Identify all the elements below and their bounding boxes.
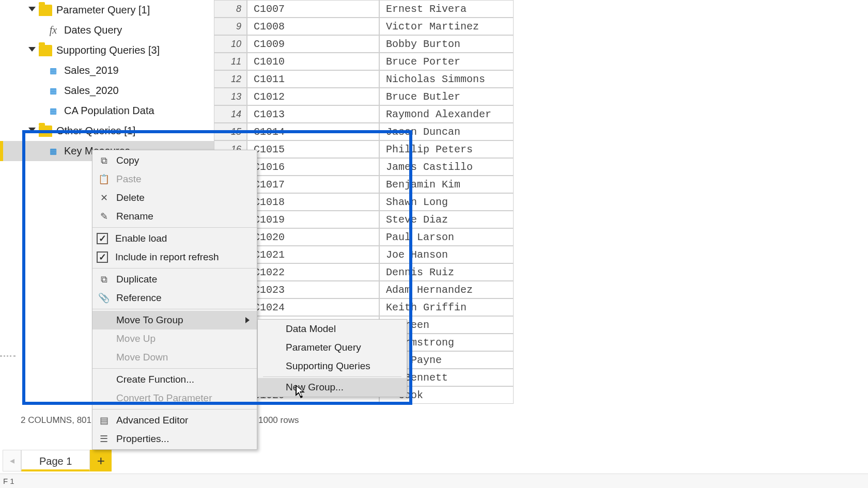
ctx-label: Delete [116, 192, 145, 203]
query-sales-2019[interactable]: ▦ Sales_2019 [0, 60, 214, 81]
submenu-parameter-query[interactable]: Parameter Query [258, 338, 407, 357]
table-row[interactable]: 23C1022Dennis Ruiz [214, 263, 514, 281]
table-row[interactable]: 9C1008Victor Martinez [214, 18, 514, 35]
cell-code[interactable]: C1024 [247, 298, 379, 316]
cell-name[interactable]: Nicholas Simmons [379, 70, 514, 88]
cell-code[interactable]: C1018 [247, 193, 379, 211]
table-row[interactable]: 21C1020Paul Larson [214, 228, 514, 246]
row-number: 9 [214, 18, 247, 35]
submenu-supporting-queries[interactable]: Supporting Queries [258, 357, 407, 375]
cell-name[interactable]: Shawn Long [379, 193, 514, 211]
cell-code[interactable]: C1019 [247, 211, 379, 228]
query-dates[interactable]: fx Dates Query [0, 20, 214, 40]
cell-code[interactable]: C1016 [247, 158, 379, 176]
cell-name[interactable]: Adam Hernandez [379, 281, 514, 298]
query-ca-population[interactable]: ▦ CA Population Data [0, 101, 214, 121]
table-row[interactable]: 19C1018Shawn Long [214, 193, 514, 211]
add-page-button[interactable]: + [90, 450, 112, 471]
menu-separator [263, 376, 401, 377]
chevron-down-icon[interactable] [28, 47, 36, 54]
ctx-label: Include in report refresh [115, 251, 219, 263]
checkbox-checked-icon: ✓ [97, 251, 108, 263]
ctx-properties[interactable]: ☰ Properties... [92, 430, 257, 448]
cell-code[interactable]: C1020 [247, 228, 379, 246]
context-menu: ⧉ Copy 📋 Paste ✕ Delete ✎ Rename ✓ Enabl… [92, 150, 257, 450]
folder-supporting-queries[interactable]: Supporting Queries [3] [0, 40, 214, 60]
ctx-enable-load[interactable]: ✓ Enable load [92, 229, 257, 248]
table-row[interactable]: 25C1024Keith Griffin [214, 298, 514, 316]
ctx-label: Rename [116, 211, 153, 222]
table-row[interactable]: 18C1017Benjamin Kim [214, 176, 514, 193]
table-row[interactable]: 12C1011Nicholas Simmons [214, 70, 514, 88]
splitter-handle[interactable] [0, 355, 16, 360]
cell-code[interactable]: C1007 [247, 0, 379, 18]
chevron-right-icon [245, 317, 250, 323]
cell-name[interactable]: Bruce Butler [379, 88, 514, 105]
ctx-move-to-group[interactable]: Move To Group [92, 311, 257, 329]
cell-code[interactable]: C1014 [247, 123, 379, 140]
page-tab-label: Page 1 [39, 455, 72, 467]
page-tab-1[interactable]: Page 1 [21, 450, 90, 471]
cell-name[interactable]: Victor Martinez [379, 18, 514, 35]
cell-name[interactable]: Keith Griffin [379, 298, 514, 316]
cell-name[interactable]: Bruce Porter [379, 53, 514, 70]
cell-name[interactable]: Raymond Alexander [379, 105, 514, 123]
ctx-label: Create Function... [116, 374, 194, 385]
table-row[interactable]: 14C1013Raymond Alexander [214, 105, 514, 123]
cell-name[interactable]: Bobby Burton [379, 35, 514, 53]
query-sales-2020[interactable]: ▦ Sales_2020 [0, 81, 214, 101]
cell-code[interactable]: C1010 [247, 53, 379, 70]
cell-code[interactable]: C1013 [247, 105, 379, 123]
cell-name[interactable]: Steve Diaz [379, 211, 514, 228]
submenu-new-group[interactable]: New Group... [258, 378, 407, 397]
table-row[interactable]: 11C1010Bruce Porter [214, 53, 514, 70]
cell-code[interactable]: C1012 [247, 88, 379, 105]
cell-code[interactable]: C1009 [247, 35, 379, 53]
table-icon: ▦ [48, 66, 59, 75]
cell-code[interactable]: C1015 [247, 140, 379, 158]
ctx-advanced-editor[interactable]: ▤ Advanced Editor [92, 411, 257, 430]
cell-code[interactable]: C1011 [247, 70, 379, 88]
cell-name[interactable]: James Castillo [379, 158, 514, 176]
chevron-down-icon[interactable] [28, 7, 36, 14]
cell-code[interactable]: C1022 [247, 263, 379, 281]
table-row[interactable]: 22C1021Joe Hanson [214, 246, 514, 263]
ctx-include-refresh[interactable]: ✓ Include in report refresh [92, 248, 257, 266]
cell-name[interactable]: Joe Hanson [379, 246, 514, 263]
ctx-reference[interactable]: 📎 Reference [92, 289, 257, 307]
row-number: 13 [214, 88, 247, 105]
cell-code[interactable]: C1017 [247, 176, 379, 193]
tab-scroll-left[interactable]: ◂ [3, 450, 21, 471]
folder-parameter-query[interactable]: Parameter Query [1] [0, 0, 214, 20]
cell-code[interactable]: C1023 [247, 281, 379, 298]
folder-label: Supporting Queries [3] [56, 44, 160, 56]
status-rows: 1000 rows [258, 415, 299, 426]
table-row[interactable]: 15C1014Jason Duncan [214, 123, 514, 140]
cell-name[interactable]: Phillip Peters [379, 140, 514, 158]
cell-code[interactable]: C1021 [247, 246, 379, 263]
ctx-rename[interactable]: ✎ Rename [92, 207, 257, 226]
blank-icon [97, 391, 111, 405]
table-row[interactable]: 17C1016James Castillo [214, 158, 514, 176]
cell-code[interactable]: C1008 [247, 18, 379, 35]
cell-name[interactable]: Paul Larson [379, 228, 514, 246]
cell-name[interactable]: Dennis Ruiz [379, 263, 514, 281]
table-row[interactable]: 13C1012Bruce Butler [214, 88, 514, 105]
chevron-down-icon[interactable] [28, 128, 36, 135]
table-row[interactable]: 24C1023Adam Hernandez [214, 281, 514, 298]
table-row[interactable]: 10C1009Bobby Burton [214, 35, 514, 53]
row-number: 10 [214, 35, 247, 53]
submenu-data-model[interactable]: Data Model [258, 320, 407, 338]
ctx-duplicate[interactable]: ⧉ Duplicate [92, 270, 257, 289]
ctx-delete[interactable]: ✕ Delete [92, 188, 257, 207]
cell-name[interactable]: Ernest Rivera [379, 0, 514, 18]
ctx-label: Advanced Editor [116, 415, 188, 426]
cell-name[interactable]: Benjamin Kim [379, 176, 514, 193]
ctx-create-function[interactable]: Create Function... [92, 370, 257, 389]
cell-name[interactable]: Jason Duncan [379, 123, 514, 140]
folder-other-queries[interactable]: Other Queries [1] [0, 121, 214, 141]
table-row[interactable]: 8C1007Ernest Rivera [214, 0, 514, 18]
table-row[interactable]: 16C1015Phillip Peters [214, 140, 514, 158]
ctx-copy[interactable]: ⧉ Copy [92, 151, 257, 170]
table-row[interactable]: 20C1019Steve Diaz [214, 211, 514, 228]
